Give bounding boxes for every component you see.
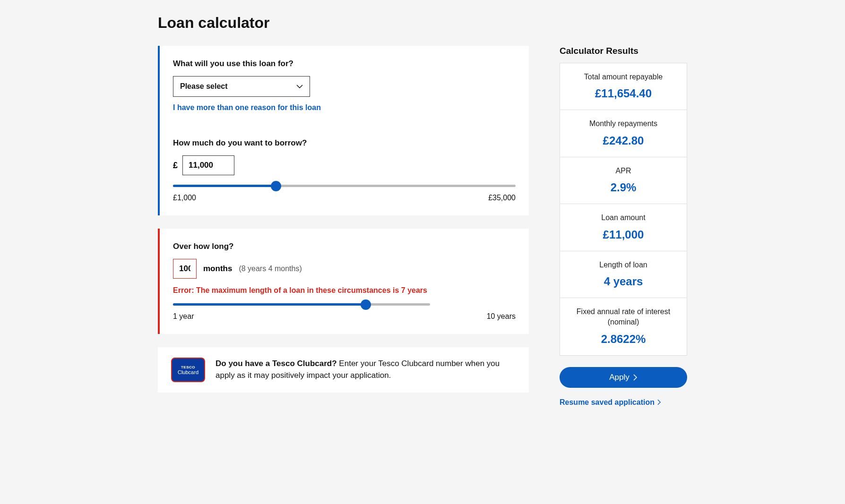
results-title: Calculator Results: [560, 46, 687, 56]
purpose-select-value: Please select: [180, 82, 228, 91]
amount-max-label: £35,000: [488, 194, 516, 202]
purpose-label: What will you use this loan for?: [173, 59, 516, 68]
clubcard-panel: TESCO Clubcard Do you have a Tesco Clubc…: [158, 347, 529, 393]
term-slider[interactable]: [173, 303, 430, 306]
result-nominal-rate: Fixed annual rate of interest (nominal) …: [560, 298, 687, 355]
term-label: Over how long?: [173, 242, 516, 251]
term-slider-thumb[interactable]: [361, 299, 371, 310]
currency-symbol: £: [173, 161, 178, 171]
resume-link[interactable]: Resume saved application: [560, 398, 661, 407]
months-paren: (8 years 4 months): [239, 265, 302, 273]
amount-min-label: £1,000: [173, 194, 196, 202]
page-title: Loan calculator: [158, 14, 687, 32]
result-apr: APR 2.9%: [560, 157, 687, 204]
amount-slider[interactable]: [173, 185, 516, 187]
purpose-card: What will you use this loan for? Please …: [158, 46, 529, 215]
more-reason-link[interactable]: I have more than one reason for this loa…: [173, 103, 321, 112]
term-error-text: Error: The maximum length of a loan in t…: [173, 286, 516, 295]
term-max-label: 10 years: [487, 312, 516, 321]
clubcard-badge: TESCO Clubcard: [171, 358, 205, 382]
borrow-label: How much do you want to borrow?: [173, 138, 516, 148]
purpose-select[interactable]: Please select: [173, 76, 310, 97]
clubcard-text: Do you have a Tesco Clubcard? Enter your…: [216, 358, 516, 381]
result-length: Length of loan 4 years: [560, 251, 687, 298]
result-monthly: Monthly repayments £242.80: [560, 110, 687, 157]
amount-input[interactable]: [182, 155, 234, 175]
apply-button[interactable]: Apply: [560, 367, 687, 388]
months-word: months: [203, 264, 232, 273]
result-loan-amount: Loan amount £11,000: [560, 204, 687, 251]
result-total-repayable: Total amount repayable £11,654.40: [560, 63, 687, 110]
term-min-label: 1 year: [173, 312, 194, 321]
chevron-down-icon: [296, 83, 303, 90]
amount-slider-thumb[interactable]: [271, 181, 281, 191]
months-input[interactable]: [173, 259, 197, 279]
term-card: Over how long? months (8 years 4 months)…: [158, 229, 529, 334]
chevron-right-icon: [633, 374, 638, 381]
results-box: Total amount repayable £11,654.40 Monthl…: [560, 63, 687, 356]
chevron-right-icon: [657, 399, 661, 405]
